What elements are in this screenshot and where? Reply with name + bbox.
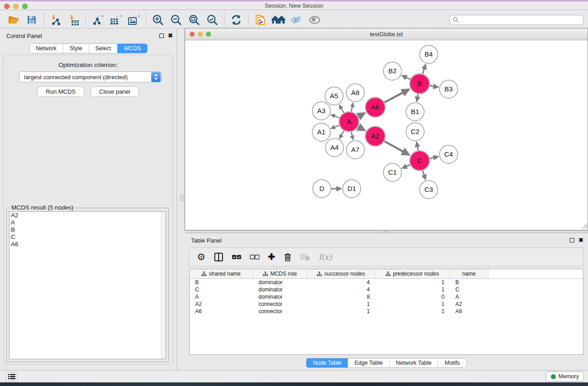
table-cell[interactable]: 1 bbox=[307, 308, 375, 315]
save-session-icon[interactable] bbox=[23, 13, 41, 27]
table-cell[interactable]: 8 bbox=[307, 293, 375, 300]
result-item-a2[interactable]: A2 bbox=[10, 212, 166, 219]
table-cell[interactable]: A bbox=[450, 293, 488, 300]
zoom-selected-region-icon[interactable] bbox=[203, 13, 221, 27]
graph-node-B2[interactable]: B2 bbox=[383, 62, 402, 80]
open-file-icon[interactable] bbox=[5, 13, 23, 27]
import-network-from-file-icon[interactable] bbox=[47, 13, 65, 27]
table-cell[interactable]: A bbox=[190, 293, 253, 300]
add-column-icon[interactable]: ✚ bbox=[268, 253, 275, 262]
table-row[interactable]: A2connector11A2 bbox=[190, 300, 583, 308]
tab-mcds[interactable]: MCDS bbox=[117, 44, 147, 53]
table-cell[interactable]: A2 bbox=[190, 300, 253, 308]
zoom-out-icon[interactable] bbox=[167, 13, 185, 27]
tab-select[interactable]: Select bbox=[89, 44, 118, 53]
table-cell[interactable]: connector bbox=[253, 308, 307, 315]
graph-node-C1[interactable]: C1 bbox=[383, 163, 402, 181]
run-mcds-button[interactable]: Run MCDS bbox=[37, 86, 84, 97]
export-image-icon[interactable] bbox=[125, 13, 143, 27]
graph-node-D[interactable]: D bbox=[313, 180, 331, 198]
close-table-panel-icon[interactable]: ✖ bbox=[578, 238, 583, 243]
memory-button[interactable]: Memory bbox=[546, 372, 584, 381]
graph-node-C2[interactable]: C2 bbox=[406, 123, 424, 141]
network-maximize-button[interactable] bbox=[206, 32, 211, 37]
table-cell[interactable]: 1 bbox=[375, 308, 450, 315]
zoom-fit-content-icon[interactable] bbox=[185, 13, 203, 27]
table-cell[interactable]: C bbox=[450, 286, 488, 293]
home-view-icon[interactable] bbox=[269, 13, 287, 27]
import-table-from-file-icon[interactable] bbox=[65, 13, 83, 27]
graph-node-B1[interactable]: B1 bbox=[406, 103, 424, 121]
graph-node-A4[interactable]: A4 bbox=[325, 138, 344, 157]
mcds-result-list[interactable]: A2ABCA6 bbox=[9, 211, 166, 359]
column-header-shared-name[interactable]: shared name bbox=[190, 269, 253, 278]
table-cell[interactable]: 1 bbox=[307, 300, 375, 308]
minimize-window-button[interactable] bbox=[13, 4, 19, 9]
graph-node-A3[interactable]: A3 bbox=[312, 102, 330, 120]
export-network-icon[interactable] bbox=[89, 13, 107, 27]
network-close-button[interactable] bbox=[190, 32, 195, 37]
export-table-icon[interactable] bbox=[107, 13, 125, 27]
network-canvas[interactable]: B4B2BB3A5A8A6A3B1AA1C2A2A4A7C4CC1DD1C3 bbox=[185, 40, 588, 230]
search-input[interactable] bbox=[460, 17, 580, 23]
graph-node-B[interactable]: B bbox=[410, 74, 430, 94]
table-cell[interactable]: B bbox=[450, 279, 488, 286]
tab-network[interactable]: Network bbox=[29, 44, 63, 53]
graph-node-C3[interactable]: C3 bbox=[420, 181, 438, 199]
graph-node-A8[interactable]: A8 bbox=[346, 84, 364, 102]
graph-node-A6[interactable]: A6 bbox=[365, 97, 385, 117]
search-field[interactable] bbox=[449, 15, 583, 25]
table-tab-motifs[interactable]: Motifs bbox=[438, 358, 466, 367]
table-cell[interactable]: dominator bbox=[253, 279, 307, 286]
zoom-in-icon[interactable] bbox=[149, 13, 167, 27]
table-cell[interactable]: B bbox=[190, 279, 253, 286]
float-table-panel-icon[interactable] bbox=[570, 238, 574, 243]
table-cell[interactable]: A6 bbox=[450, 308, 488, 315]
network-minimize-button[interactable] bbox=[198, 32, 203, 37]
refresh-icon[interactable] bbox=[227, 13, 245, 27]
graph-node-B3[interactable]: B3 bbox=[440, 80, 458, 98]
close-panel-button[interactable]: Close panel bbox=[91, 86, 139, 97]
table-cell[interactable]: 1 bbox=[375, 279, 450, 286]
column-browser-icon[interactable] bbox=[214, 253, 223, 262]
table-cell[interactable]: 0 bbox=[375, 293, 450, 300]
column-header-MCDS-role[interactable]: MCDS role bbox=[253, 269, 307, 278]
maximize-window-button[interactable] bbox=[22, 4, 28, 9]
table-cell[interactable]: C bbox=[190, 286, 253, 293]
graph-node-B4[interactable]: B4 bbox=[420, 45, 438, 63]
preview-eye-icon[interactable] bbox=[306, 13, 324, 27]
table-row[interactable]: Cdominator41C bbox=[190, 286, 583, 293]
graph-node-C[interactable]: C bbox=[410, 151, 430, 171]
float-panel-icon[interactable] bbox=[159, 33, 164, 38]
graph-node-A1[interactable]: A1 bbox=[312, 123, 330, 141]
column-header-predecessor-nodes[interactable]: predecessor nodes bbox=[375, 269, 450, 278]
result-item-a[interactable]: A bbox=[10, 219, 166, 226]
table-tab-network-table[interactable]: Network Table bbox=[389, 358, 438, 367]
table-cell[interactable]: dominator bbox=[253, 293, 307, 300]
result-item-b[interactable]: B bbox=[10, 226, 166, 234]
table-cell[interactable]: A6 bbox=[190, 308, 253, 315]
table-tab-edge-table[interactable]: Edge Table bbox=[348, 358, 389, 367]
column-header-name[interactable]: name bbox=[450, 269, 488, 278]
table-cell[interactable]: 4 bbox=[307, 286, 375, 293]
table-cell[interactable]: 1 bbox=[375, 286, 450, 293]
table-tab-node-table[interactable]: Node Table bbox=[306, 358, 348, 367]
deselect-all-icon[interactable] bbox=[250, 254, 259, 260]
close-panel-icon[interactable]: ✖ bbox=[168, 33, 173, 38]
delete-column-trash-icon[interactable] bbox=[284, 253, 292, 262]
tab-style[interactable]: Style bbox=[63, 44, 89, 53]
close-window-button[interactable] bbox=[4, 4, 10, 9]
table-cell[interactable]: connector bbox=[253, 300, 307, 308]
table-settings-gear-icon[interactable]: ⚙ bbox=[197, 253, 206, 262]
result-list-scrollbar[interactable] bbox=[161, 212, 166, 359]
table-cell[interactable]: 4 bbox=[307, 279, 375, 286]
graph-node-A[interactable]: A bbox=[339, 112, 359, 132]
result-item-a6[interactable]: A6 bbox=[10, 241, 166, 248]
graph-node-A7[interactable]: A7 bbox=[346, 141, 364, 159]
table-cell[interactable]: A2 bbox=[450, 300, 488, 308]
graph-node-A2[interactable]: A2 bbox=[365, 126, 385, 146]
graph-node-A5[interactable]: A5 bbox=[325, 87, 343, 105]
column-header-successor-nodes[interactable]: successor nodes bbox=[307, 269, 375, 278]
graph-node-C4[interactable]: C4 bbox=[440, 145, 458, 163]
table-cell[interactable]: dominator bbox=[253, 286, 307, 293]
